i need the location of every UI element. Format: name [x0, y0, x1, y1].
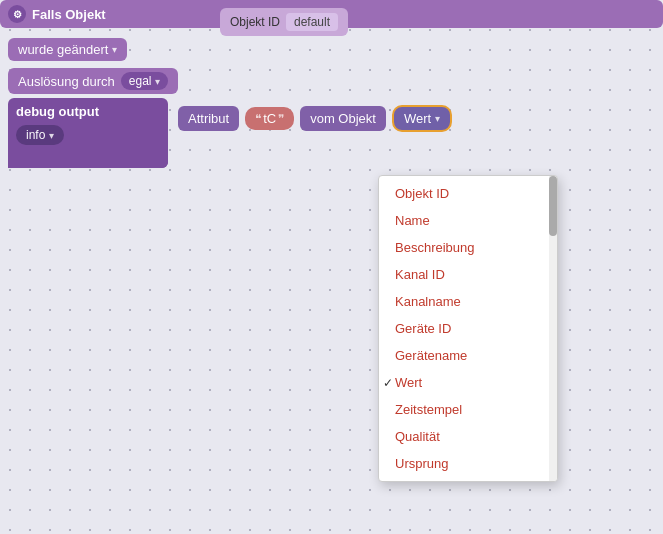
dropdown-item-label: Kanalname	[395, 294, 461, 309]
dropdown-item[interactable]: Objekt ID	[379, 180, 557, 207]
auslosung-label: Auslösung durch	[18, 74, 115, 89]
tc-pill[interactable]: ❝ tC ❞	[245, 107, 294, 130]
dropdown-item-label: Beschreibung	[395, 240, 475, 255]
wert-value: Wert	[404, 111, 431, 126]
objekt-id-value: default	[286, 13, 338, 31]
checkmark-icon: ✓	[383, 376, 393, 390]
objekt-id-section: Objekt ID default	[220, 8, 348, 36]
attribut-label: Attribut	[178, 106, 239, 131]
dropdown-item-label: Gerätename	[395, 348, 467, 363]
dropdown-item[interactable]: Beschreibung	[379, 234, 557, 261]
debug-block: debug output info ▾	[8, 98, 168, 168]
info-dropdown-arrow: ▾	[49, 130, 54, 141]
dropdown-item[interactable]: Geräte ID	[379, 315, 557, 342]
info-pill[interactable]: info ▾	[16, 125, 64, 145]
dropdown-item-label: Zeitstempel	[395, 402, 462, 417]
dropdown-item[interactable]: Zeitstempel	[379, 396, 557, 423]
wurde-geaendert-block[interactable]: wurde geändert ▾	[8, 38, 127, 61]
scrollbar-track	[549, 176, 557, 481]
dropdown-item[interactable]: Kanalname	[379, 288, 557, 315]
dropdown-item-label: Objekt ID	[395, 186, 449, 201]
dropdown-item[interactable]: Name	[379, 207, 557, 234]
wert-dropdown-menu: Objekt IDNameBeschreibungKanal IDKanalna…	[378, 175, 558, 482]
tc-quote-open: ❝	[255, 112, 261, 126]
falls-objekt-icon: ⚙	[8, 5, 26, 23]
dropdown-item-label: Kanal ID	[395, 267, 445, 282]
dropdown-item[interactable]: ✓Wert	[379, 369, 557, 396]
dropdown-item-label: Name	[395, 213, 430, 228]
dropdown-item-label: Qualität	[395, 429, 440, 444]
debug-title: debug output	[16, 104, 160, 119]
dropdown-item[interactable]: Gerätename	[379, 342, 557, 369]
falls-objekt-label: Falls Objekt	[32, 7, 106, 22]
wert-dropdown-arrow: ▾	[435, 113, 440, 124]
egal-pill[interactable]: egal ▾	[121, 72, 168, 90]
dropdown-item-label: Geräte ID	[395, 321, 451, 336]
wurde-dropdown-arrow: ▾	[112, 44, 117, 55]
vom-objekt-label: vom Objekt	[300, 106, 386, 131]
egal-dropdown-arrow: ▾	[155, 76, 160, 87]
dropdown-item-label: Ursprung	[395, 456, 448, 471]
dropdown-item[interactable]: Qualität	[379, 423, 557, 450]
scrollbar-thumb[interactable]	[549, 176, 557, 236]
wert-pill[interactable]: Wert ▾	[392, 105, 452, 132]
dropdown-item[interactable]: Ursprung	[379, 450, 557, 477]
attribute-row: Attribut ❝ tC ❞ vom Objekt Wert ▾	[178, 105, 452, 132]
info-label: info	[26, 128, 45, 142]
tc-value: tC	[263, 111, 276, 126]
egal-value: egal	[129, 74, 152, 88]
auslosung-block: Auslösung durch egal ▾	[8, 68, 178, 94]
workspace: ⚙ Falls Objekt Objekt ID default wurde g…	[0, 0, 663, 534]
debug-bottom-bar	[8, 162, 168, 168]
wurde-geaendert-label: wurde geändert	[18, 42, 108, 57]
tc-quote-close: ❞	[278, 112, 284, 126]
dropdown-item[interactable]: Kanal ID	[379, 261, 557, 288]
dropdown-item-label: Wert	[395, 375, 422, 390]
objekt-id-label: Objekt ID	[230, 15, 280, 29]
